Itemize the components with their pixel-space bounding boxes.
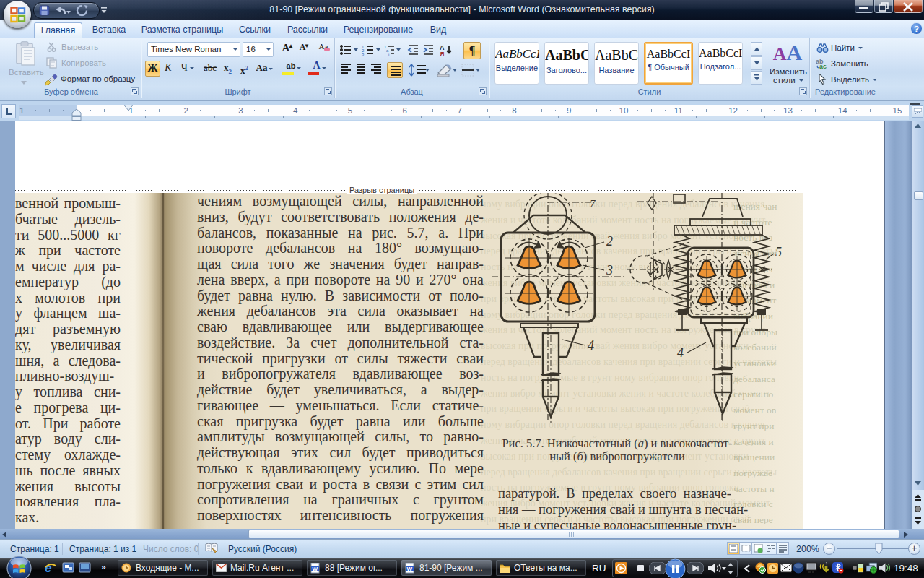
svg-text:e: e (45, 561, 51, 575)
svg-text:4: 4 (588, 338, 594, 353)
svg-text:5: 5 (775, 245, 782, 259)
svg-text:3: 3 (606, 263, 613, 277)
svg-text:7: 7 (590, 198, 596, 210)
svg-text:i: i (388, 53, 389, 57)
svg-text:2: 2 (606, 234, 613, 249)
svg-text:4: 4 (677, 345, 684, 360)
svg-text:»: » (101, 562, 106, 572)
svg-text:W: W (313, 566, 318, 572)
svg-text:Я: Я (440, 51, 444, 56)
svg-text:ac: ac (819, 63, 827, 69)
svg-text:3: 3 (362, 53, 365, 57)
svg-text:W: W (407, 566, 413, 572)
